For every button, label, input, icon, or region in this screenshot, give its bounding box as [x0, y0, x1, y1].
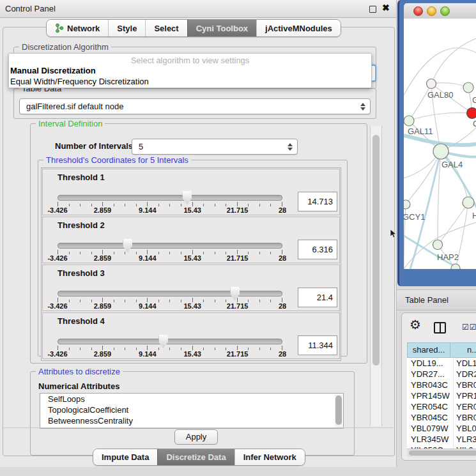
- scrollbar-thumb[interactable]: [335, 395, 342, 425]
- node-g[interactable]: [463, 82, 473, 93]
- window-close-button[interactable]: [413, 6, 423, 16]
- table-row[interactable]: YER054CYER0...: [407, 401, 476, 412]
- cell[interactable]: YDL1...: [454, 358, 476, 369]
- scrollbar-thumb[interactable]: [372, 135, 380, 365]
- scrollbar-thumb[interactable]: [409, 450, 476, 456]
- apply-button[interactable]: Apply: [174, 429, 218, 445]
- threshold-1-label: Threshold 1: [58, 173, 105, 182]
- cell[interactable]: YLR3...: [454, 434, 476, 445]
- cell[interactable]: YPR145W: [407, 390, 454, 401]
- tick-label: 2.859: [94, 302, 112, 310]
- threshold-3-value-field[interactable]: 21.4: [298, 288, 337, 307]
- slider-scale: -3.426 2.859 9.144 15.43 21.715 28: [58, 350, 282, 358]
- cell[interactable]: YDR2...: [454, 369, 476, 380]
- table-row[interactable]: YPR145WYPR1...: [407, 390, 476, 401]
- spinner-up-icon: [288, 143, 293, 146]
- cell[interactable]: YBR043C: [407, 380, 454, 390]
- network-icon: [55, 23, 64, 33]
- list-item[interactable]: TopologicalCoefficient: [40, 404, 343, 415]
- threshold-2-slider[interactable]: [58, 243, 282, 249]
- slider-ticks: [58, 346, 282, 350]
- number-of-intervals-combobox[interactable]: 5: [132, 139, 298, 155]
- table-row[interactable]: YLR345WYLR3...: [407, 434, 476, 445]
- panel-scrollbar[interactable]: [370, 126, 382, 426]
- table-row[interactable]: YBL079WYBL0...: [407, 423, 476, 434]
- network-graph: [404, 19, 476, 269]
- popup-placeholder: Select algorithm to view settings: [9, 56, 371, 65]
- column-header-name[interactable]: n...: [450, 343, 476, 357]
- window-zoom-button[interactable]: [440, 6, 450, 16]
- tick-label: 21.715: [227, 206, 249, 214]
- threshold-1-value-field[interactable]: 14.713: [298, 192, 337, 211]
- close-icon[interactable]: ✖: [382, 3, 390, 13]
- cell[interactable]: YDL19...: [407, 358, 454, 369]
- float-window-icon[interactable]: [369, 6, 376, 13]
- node-gcy1[interactable]: [404, 200, 410, 209]
- cell[interactable]: YBR045C: [407, 412, 454, 423]
- combo-stepper[interactable]: [286, 139, 294, 154]
- attributes-group-title: Attributes to discretize: [36, 367, 123, 376]
- threshold-2-value-field[interactable]: 6.316: [298, 240, 337, 259]
- cell[interactable]: YLR345W: [407, 434, 454, 445]
- tick-label: 9.144: [139, 350, 157, 358]
- numerical-attributes-list[interactable]: SelfLoops TopologicalCoefficient Between…: [40, 393, 344, 429]
- tick-label: 21.715: [227, 302, 249, 310]
- tab-cyni-toolbox[interactable]: Cyni Toolbox: [187, 20, 256, 36]
- node-gal4[interactable]: [433, 144, 449, 159]
- column-header-shared[interactable]: shared...: [408, 343, 450, 357]
- checkbox-icons[interactable]: ☑☑: [462, 323, 476, 332]
- network-canvas[interactable]: GAL80 G C GAL11 GAL4 GCY1 H HAP2: [404, 19, 476, 269]
- tab-infer-network[interactable]: Infer Network: [234, 449, 305, 465]
- table-row[interactable]: YDL19...YDL1...: [407, 358, 476, 369]
- cell[interactable]: YPR1...: [454, 390, 476, 401]
- tab-select[interactable]: Select: [145, 20, 187, 36]
- list-item[interactable]: BetweennessCentrality: [40, 415, 343, 426]
- threshold-4-slider[interactable]: [58, 339, 282, 344]
- list-scrollbar[interactable]: [335, 394, 342, 427]
- popup-option-equal-width-frequency[interactable]: Equal Width/Frequency Discretization: [10, 77, 149, 86]
- node-partial[interactable]: [451, 264, 460, 269]
- node-hap2[interactable]: [433, 240, 443, 250]
- network-window-titlebar: [404, 3, 476, 19]
- numerical-attributes-label: Numerical Attributes: [38, 381, 119, 391]
- table-horizontal-scrollbar[interactable]: [407, 449, 476, 457]
- cell[interactable]: YBL0...: [454, 423, 476, 434]
- cell[interactable]: YER054C: [407, 401, 454, 412]
- table-row[interactable]: YBR043CYBR0...: [407, 380, 476, 390]
- list-item[interactable]: SelfLoops: [40, 394, 343, 404]
- node-h[interactable]: [463, 197, 474, 208]
- number-of-intervals-value: 5: [139, 139, 143, 154]
- tab-jactivemnodules[interactable]: jActiveMNodules: [256, 20, 341, 36]
- gear-icon[interactable]: ⚙: [410, 317, 421, 332]
- table-data-combobox[interactable]: galFiltered.sif default node: [19, 98, 371, 114]
- divider: [4, 427, 393, 428]
- window-minimize-button[interactable]: [427, 6, 436, 16]
- tab-label: Cyni Toolbox: [196, 24, 248, 33]
- tick-label: 15.43: [183, 206, 201, 214]
- tab-impute-data[interactable]: Impute Data: [93, 449, 157, 465]
- cell[interactable]: YBR0...: [454, 380, 476, 390]
- cell[interactable]: YDR27...: [407, 369, 454, 380]
- columns-icon[interactable]: [434, 322, 446, 334]
- popup-option-manual-discretization[interactable]: Manual Discretization: [10, 66, 96, 75]
- threshold-4-value-field[interactable]: 11.344: [298, 335, 337, 355]
- tab-style[interactable]: Style: [108, 20, 145, 36]
- node-gal80[interactable]: [427, 79, 436, 89]
- table-row[interactable]: YDR27...YDR2...: [407, 369, 476, 380]
- cell[interactable]: YER0...: [454, 401, 476, 412]
- combo-stepper[interactable]: [359, 99, 367, 114]
- threshold-1-slider[interactable]: [58, 195, 282, 201]
- cell[interactable]: YBR0...: [454, 412, 476, 423]
- interval-definition-title: Interval Definition: [36, 119, 105, 128]
- desktop: Control Panel ✖ Discretization Algorithm…: [0, 0, 476, 476]
- table-row[interactable]: YBR045CYBR0...: [407, 412, 476, 423]
- cell[interactable]: YBL079W: [407, 423, 454, 434]
- tab-discretize-data[interactable]: Discretize Data: [157, 449, 234, 465]
- table-header-row: shared... n...: [407, 342, 476, 358]
- threshold-1-row: Threshold 1 -3.426 2.859 9.144 15.43 21.…: [42, 169, 340, 215]
- tab-network[interactable]: Network: [47, 20, 108, 36]
- tab-label: Network: [67, 24, 100, 33]
- node-highlighted[interactable]: [467, 108, 476, 119]
- node-gal11[interactable]: [404, 116, 414, 126]
- threshold-3-slider[interactable]: [58, 291, 282, 296]
